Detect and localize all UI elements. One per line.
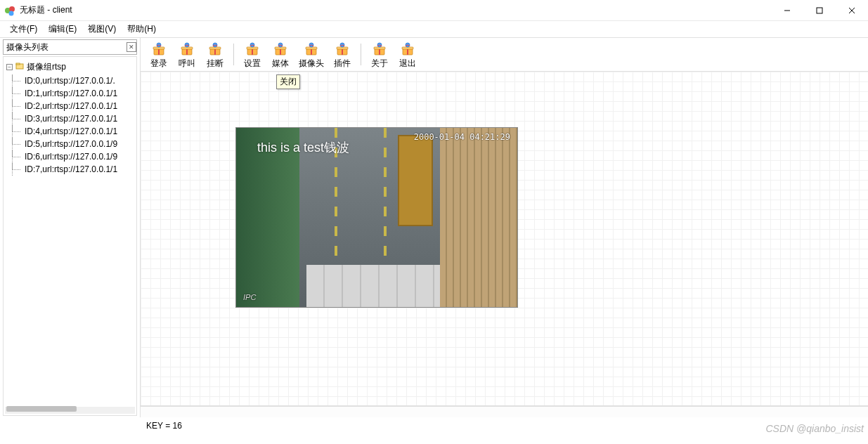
tool-label: 挂断 <box>207 58 224 70</box>
menu-help[interactable]: 帮助(H) <box>122 22 162 37</box>
tree-item[interactable]: ID:0,url:rtsp://127.0.0.1/. <box>4 74 136 87</box>
video-timestamp: 2000-01-04 04:21:29 <box>414 132 510 142</box>
settings-button[interactable]: 设置 <box>238 41 266 71</box>
media-button[interactable]: 媒体 <box>266 41 294 71</box>
video-overlay-text: this is a test钱波 <box>257 139 349 156</box>
tree-root-node[interactable]: − 摄像组rtsp <box>4 60 136 74</box>
title-bar: 无标题 - client <box>0 0 868 21</box>
gift-icon <box>335 42 349 56</box>
canvas-horizontal-scrollbar[interactable] <box>141 406 868 417</box>
hangup-button[interactable]: 挂断 <box>201 41 229 71</box>
scrollbar-thumb[interactable] <box>6 406 77 412</box>
tooltip-close: 关闭 <box>276 74 300 89</box>
tree-item[interactable]: ID:5,url:rtsp://127.0.0.1/9 <box>4 138 136 150</box>
exit-button[interactable]: 退出 <box>394 41 422 71</box>
gift-icon <box>180 42 194 56</box>
tree-item[interactable]: ID:3,url:rtsp://127.0.0.1/1 <box>4 112 136 125</box>
toolbar-separator <box>361 44 361 65</box>
camera-button[interactable]: 摄像头 <box>294 41 328 71</box>
tool-label: 设置 <box>244 58 261 70</box>
panel-close-button[interactable]: ✕ <box>127 42 136 52</box>
close-button[interactable] <box>836 0 868 21</box>
camera-list-panel: 摄像头列表 ✕ − 摄像组rtsp ID:0,url:rtsp://127.0.… <box>0 38 141 417</box>
panel-header: 摄像头列表 ✕ <box>3 39 137 55</box>
svg-rect-8 <box>817 8 822 13</box>
gift-icon <box>208 42 222 56</box>
toolbar: 登录呼叫挂断设置媒体摄像头插件关于退出 <box>141 38 868 72</box>
menu-file[interactable]: 文件(F) <box>4 22 43 37</box>
gift-icon <box>401 42 415 56</box>
tree-item[interactable]: ID:1,url:rtsp://127.0.0.1/1 <box>4 87 136 100</box>
toolbar-separator <box>233 44 234 65</box>
plugin-button[interactable]: 插件 <box>328 41 356 71</box>
tool-label: 媒体 <box>272 58 289 70</box>
tool-label: 呼叫 <box>179 58 195 70</box>
panel-title: 摄像头列表 <box>6 41 127 53</box>
camera-tree[interactable]: − 摄像组rtsp ID:0,url:rtsp://127.0.0.1/.ID:… <box>3 56 137 416</box>
tree-horizontal-scrollbar[interactable] <box>5 407 135 414</box>
menu-edit[interactable]: 编辑(E) <box>43 22 82 37</box>
tool-label: 摄像头 <box>299 58 324 70</box>
status-key: KEY = 16 <box>6 421 182 431</box>
tree-item[interactable]: ID:4,url:rtsp://127.0.0.1/1 <box>4 125 136 138</box>
minimize-button[interactable] <box>771 0 803 21</box>
collapse-icon[interactable]: − <box>6 64 13 70</box>
workspace-canvas[interactable]: this is a test钱波 2000-01-04 04:21:29 IPC <box>141 72 868 406</box>
video-preview[interactable]: this is a test钱波 2000-01-04 04:21:29 IPC <box>236 128 517 307</box>
menu-view[interactable]: 视图(V) <box>82 22 122 37</box>
gift-icon <box>152 42 166 56</box>
video-corner-label: IPC <box>243 293 256 301</box>
about-button[interactable]: 关于 <box>365 41 394 71</box>
window-title: 无标题 - client <box>20 4 72 16</box>
tool-label: 登录 <box>150 58 167 70</box>
gift-icon <box>245 42 259 56</box>
svg-rect-12 <box>16 63 20 65</box>
status-bar: KEY = 16 <box>0 417 868 434</box>
tree-item[interactable]: ID:7,url:rtsp://127.0.0.1/1 <box>4 163 136 176</box>
tree-item[interactable]: ID:6,url:rtsp://127.0.0.1/9 <box>4 150 136 163</box>
tool-label: 退出 <box>399 58 416 70</box>
menu-bar: 文件(F) 编辑(E) 视图(V) 帮助(H) <box>0 21 868 38</box>
tree-item[interactable]: ID:2,url:rtsp://127.0.0.1/1 <box>4 100 136 112</box>
tree-root-label: 摄像组rtsp <box>27 61 66 73</box>
maximize-button[interactable] <box>803 0 836 21</box>
gift-icon <box>304 42 318 56</box>
call-button[interactable]: 呼叫 <box>173 41 201 71</box>
login-button[interactable]: 登录 <box>145 41 173 71</box>
folder-icon <box>15 62 24 72</box>
gift-icon <box>373 42 387 56</box>
app-icon <box>4 5 15 16</box>
tool-label: 关于 <box>371 58 388 70</box>
tool-label: 插件 <box>334 58 351 70</box>
gift-icon <box>273 42 287 56</box>
